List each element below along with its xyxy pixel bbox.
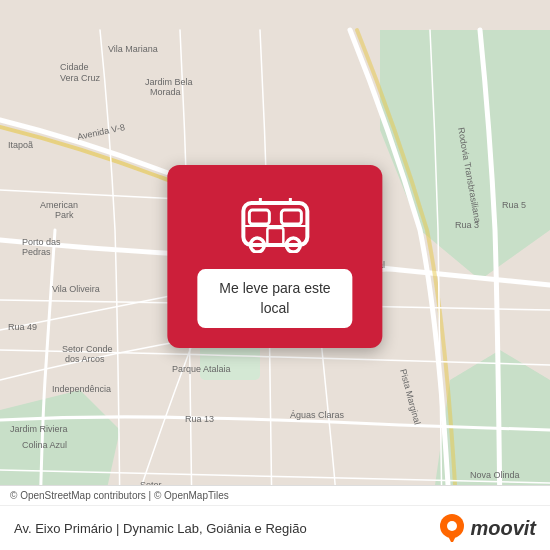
svg-text:Independência: Independência [52, 384, 111, 394]
svg-text:Águas Claras: Águas Claras [290, 410, 345, 420]
svg-text:Rua 5: Rua 5 [502, 200, 526, 210]
attribution-text: © OpenStreetMap contributors | © OpenMap… [10, 490, 229, 501]
location-text: Av. Eixo Primário | Dynamic Lab, Goiânia… [14, 521, 307, 536]
button-text-line1: Me leve para este [219, 280, 330, 296]
attribution: © OpenStreetMap contributors | © OpenMap… [0, 486, 550, 506]
popup-card: Me leve para este local [167, 165, 382, 348]
svg-marker-50 [448, 536, 456, 542]
svg-text:Rua 49: Rua 49 [8, 322, 37, 332]
svg-text:Porto das: Porto das [22, 237, 61, 247]
svg-text:Colina Azul: Colina Azul [22, 440, 67, 450]
svg-text:Vila Oliveira: Vila Oliveira [52, 284, 100, 294]
svg-point-49 [447, 521, 457, 531]
svg-text:American: American [40, 200, 78, 210]
bus-icon-container [235, 185, 315, 255]
bus-icon-svg [235, 188, 315, 253]
svg-rect-40 [267, 228, 283, 245]
svg-text:Parque Atalaia: Parque Atalaia [172, 364, 231, 374]
location-bar: Av. Eixo Primário | Dynamic Lab, Goiânia… [0, 506, 550, 550]
svg-rect-37 [249, 210, 269, 224]
bottom-bar: © OpenStreetMap contributors | © OpenMap… [0, 485, 550, 550]
moovit-logo: moovit [438, 514, 536, 542]
navigate-button[interactable]: Me leve para este local [197, 269, 352, 328]
svg-text:Itapoã: Itapoã [8, 140, 33, 150]
map-container: Vila Mariana Cidade Vera Cruz Jardim Bel… [0, 0, 550, 550]
svg-text:Setor Conde: Setor Conde [62, 344, 113, 354]
svg-text:Morada: Morada [150, 87, 181, 97]
moovit-text: moovit [470, 517, 536, 540]
svg-text:Rua 13: Rua 13 [185, 414, 214, 424]
svg-text:Jardim Riviera: Jardim Riviera [10, 424, 68, 434]
svg-text:Nova Olinda: Nova Olinda [470, 470, 520, 480]
svg-text:Vera Cruz: Vera Cruz [60, 73, 101, 83]
svg-point-43 [255, 243, 259, 247]
svg-text:Cidade: Cidade [60, 62, 89, 72]
svg-text:Jardim Bela: Jardim Bela [145, 77, 193, 87]
svg-text:dos Arcos: dos Arcos [65, 354, 105, 364]
svg-text:Vila Mariana: Vila Mariana [108, 44, 158, 54]
svg-text:Park: Park [55, 210, 74, 220]
svg-text:Pedras: Pedras [22, 247, 51, 257]
svg-rect-38 [281, 210, 301, 224]
svg-point-44 [291, 243, 295, 247]
moovit-logo-icon [438, 514, 466, 542]
button-text-line2: local [261, 300, 290, 316]
